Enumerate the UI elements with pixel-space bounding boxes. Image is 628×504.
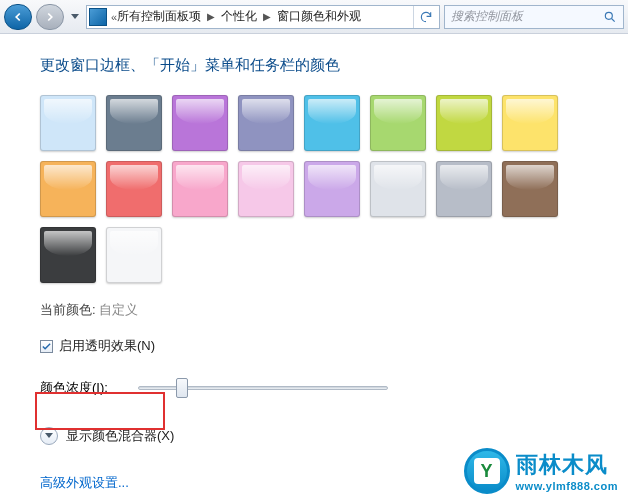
color-swatch-2[interactable]: [172, 95, 228, 151]
color-swatch-8[interactable]: [40, 161, 96, 217]
chevron-down-icon: [45, 433, 53, 439]
advanced-settings-link[interactable]: 高级外观设置...: [40, 474, 129, 492]
watermark: Y 雨林木风 www.ylmf888.com: [464, 448, 618, 494]
transparency-label: 启用透明效果(N): [59, 337, 155, 355]
breadcrumb-leaf: 窗口颜色和外观: [277, 8, 361, 25]
arrow-right-icon: [43, 10, 57, 24]
chevron-right-icon: ▶: [207, 11, 215, 22]
content-area: 更改窗口边框、「开始」菜单和任务栏的颜色 当前颜色: 自定义 启用透明效果(N)…: [0, 34, 628, 504]
color-swatch-16[interactable]: [40, 227, 96, 283]
color-swatch-3[interactable]: [238, 95, 294, 151]
color-swatch-13[interactable]: [370, 161, 426, 217]
svg-point-0: [605, 12, 612, 19]
current-color-row: 当前颜色: 自定义: [40, 301, 628, 319]
address-toolbar: « 所有控制面板项 ▶ 个性化 ▶ 窗口颜色和外观 搜索控制面板: [0, 0, 628, 34]
color-swatch-7[interactable]: [502, 95, 558, 151]
color-swatch-12[interactable]: [304, 161, 360, 217]
color-swatch-10[interactable]: [172, 161, 228, 217]
search-icon: [603, 10, 617, 24]
color-swatch-1[interactable]: [106, 95, 162, 151]
watermark-cn: 雨林木风: [516, 450, 618, 480]
chevron-right-icon: ▶: [263, 11, 271, 22]
forward-button[interactable]: [36, 4, 64, 30]
current-color-value: 自定义: [99, 302, 138, 317]
chevron-down-icon: [71, 14, 79, 20]
color-swatch-5[interactable]: [370, 95, 426, 151]
control-panel-icon: [89, 8, 107, 26]
color-swatches: [40, 95, 600, 283]
search-input[interactable]: 搜索控制面板: [444, 5, 624, 29]
back-button[interactable]: [4, 4, 32, 30]
color-swatch-14[interactable]: [436, 161, 492, 217]
transparency-checkbox[interactable]: 启用透明效果(N): [40, 337, 628, 355]
current-color-label: 当前颜色:: [40, 302, 96, 317]
breadcrumb[interactable]: « 所有控制面板项 ▶ 个性化 ▶ 窗口颜色和外观: [86, 5, 440, 29]
refresh-button[interactable]: [413, 6, 437, 28]
history-dropdown[interactable]: [68, 6, 82, 28]
watermark-badge: Y: [464, 448, 510, 494]
color-swatch-11[interactable]: [238, 161, 294, 217]
color-swatch-4[interactable]: [304, 95, 360, 151]
color-swatch-17[interactable]: [106, 227, 162, 283]
refresh-icon: [419, 10, 433, 24]
color-swatch-15[interactable]: [502, 161, 558, 217]
breadcrumb-mid[interactable]: 个性化: [221, 8, 257, 25]
watermark-text: 雨林木风 www.ylmf888.com: [516, 450, 618, 492]
search-placeholder: 搜索控制面板: [451, 8, 523, 25]
breadcrumb-root[interactable]: 所有控制面板项: [117, 8, 201, 25]
checkmark-icon: [41, 341, 52, 352]
color-swatch-9[interactable]: [106, 161, 162, 217]
color-swatch-6[interactable]: [436, 95, 492, 151]
page-title: 更改窗口边框、「开始」菜单和任务栏的颜色: [40, 56, 628, 75]
watermark-url: www.ylmf888.com: [516, 480, 618, 492]
intensity-slider[interactable]: [138, 377, 388, 399]
annotation-highlight: [35, 392, 165, 430]
svg-line-1: [612, 18, 615, 21]
slider-thumb[interactable]: [176, 378, 188, 398]
arrow-left-icon: [11, 10, 25, 24]
checkbox-icon: [40, 340, 53, 353]
sprout-icon: Y: [474, 458, 500, 484]
color-swatch-0[interactable]: [40, 95, 96, 151]
